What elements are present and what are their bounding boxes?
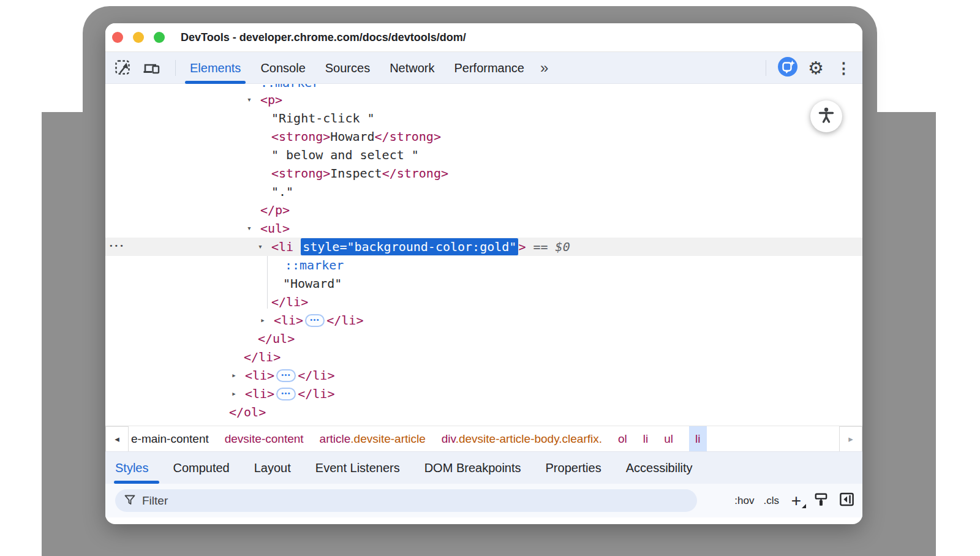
crumb-tag: div bbox=[442, 432, 456, 445]
dom-tree-node[interactable]: </li> bbox=[105, 348, 862, 366]
breadcrumb-item[interactable]: article.devsite-article bbox=[320, 426, 426, 452]
toggle-class-button[interactable]: .cls bbox=[764, 495, 780, 507]
minimize-window-button[interactable] bbox=[133, 32, 144, 43]
dom-tree-node[interactable]: ▸<li>•••</li> bbox=[105, 366, 862, 385]
node-pseudo: ::marker bbox=[260, 84, 319, 90]
breadcrumb-item[interactable]: li bbox=[643, 426, 648, 452]
filter-input[interactable]: Filter bbox=[115, 489, 697, 512]
crumb-tag: li bbox=[695, 432, 700, 445]
crumb-cls: .devsite-article-body.clearfix. bbox=[456, 432, 602, 445]
collapse-arrow-icon[interactable]: ▾ bbox=[258, 238, 263, 256]
breadcrumb-scroll-right-icon[interactable]: ▸ bbox=[839, 426, 862, 452]
devtools-window: DevTools - developer.chrome.com/docs/dev… bbox=[105, 23, 862, 524]
dom-tree-node[interactable]: ▸<li>•••</li> bbox=[105, 385, 862, 403]
tab-network[interactable]: Network bbox=[380, 52, 444, 84]
node-tag: <li bbox=[271, 239, 301, 254]
settings-gear-icon[interactable]: ⚙ bbox=[808, 59, 824, 77]
filter-placeholder: Filter bbox=[142, 494, 168, 508]
sidebar-tab-layout[interactable]: Layout bbox=[254, 452, 291, 484]
ellipsis-expand-pill[interactable]: ••• bbox=[305, 314, 325, 327]
rendering-paint-icon[interactable] bbox=[813, 492, 829, 510]
title-bar: DevTools - developer.chrome.com/docs/dev… bbox=[105, 23, 862, 52]
dom-tree-node[interactable]: " below and select " bbox=[105, 146, 862, 164]
breadcrumb-item[interactable]: ul bbox=[664, 426, 673, 452]
collapse-arrow-icon[interactable]: ▾ bbox=[247, 219, 252, 238]
filter-bar-controls: :hov .cls + bbox=[734, 484, 855, 517]
dom-tree-node[interactable]: ▸<li>•••</li> bbox=[105, 311, 862, 329]
device-toolbar-icon[interactable] bbox=[142, 59, 160, 77]
crumb-plain: e-main-content bbox=[131, 432, 209, 445]
dom-tree: ::marker▾<p>"Right-click "<strong>Howard… bbox=[105, 84, 862, 426]
breadcrumb-item[interactable]: e-main-content bbox=[131, 426, 209, 452]
filter-funnel-icon bbox=[124, 494, 136, 508]
sidebar-tab-styles[interactable]: Styles bbox=[115, 452, 148, 484]
breadcrumb: e-main-contentdevsite-contentarticle.dev… bbox=[131, 426, 707, 452]
kebab-menu-icon[interactable]: ⋮ bbox=[834, 59, 854, 77]
node-text: Howard bbox=[330, 129, 374, 144]
dom-tree-node-selected[interactable]: •••▾<li style="background-color:gold"> =… bbox=[105, 238, 862, 256]
crumb-cls: .devsite-article bbox=[350, 432, 426, 445]
breadcrumb-item[interactable]: div.devsite-article-body.clearfix. bbox=[442, 426, 602, 452]
toggle-hover-state-button[interactable]: :hov bbox=[734, 495, 754, 507]
crumb-tag: ul bbox=[664, 432, 673, 445]
sidebar-tab-dom-breakpoints[interactable]: DOM Breakpoints bbox=[424, 452, 521, 484]
inspect-element-icon[interactable] bbox=[114, 59, 132, 77]
breadcrumb-scroll-left-icon[interactable]: ◂ bbox=[105, 426, 129, 452]
breadcrumb-item[interactable]: devsite-content bbox=[225, 426, 304, 452]
breadcrumb-item[interactable]: ol bbox=[618, 426, 627, 452]
node-tag: </strong> bbox=[382, 166, 448, 181]
tab-sources[interactable]: Sources bbox=[315, 52, 380, 84]
dom-tree-node[interactable]: <strong>Inspect</strong> bbox=[105, 164, 862, 182]
node-tag: </li> bbox=[298, 386, 334, 401]
dom-tree-node[interactable]: ▾<ul> bbox=[105, 219, 862, 238]
accessibility-person-icon bbox=[818, 107, 835, 126]
node-dim: == bbox=[526, 239, 555, 254]
expand-arrow-icon[interactable]: ▸ bbox=[260, 311, 265, 329]
window-title: DevTools - developer.chrome.com/docs/dev… bbox=[181, 23, 466, 52]
sidebar-tab-computed[interactable]: Computed bbox=[173, 452, 229, 484]
dom-tree-node[interactable]: "." bbox=[105, 182, 862, 201]
ellipsis-expand-pill[interactable]: ••• bbox=[276, 388, 296, 400]
dom-tree-node[interactable]: "Howard" bbox=[105, 274, 862, 293]
ai-assistance-icon[interactable] bbox=[777, 56, 798, 80]
panel-tab-strip: ElementsConsoleSourcesNetworkPerformance… bbox=[180, 52, 553, 84]
tab-console[interactable]: Console bbox=[251, 52, 315, 84]
dom-tree-node[interactable]: </ol> bbox=[105, 403, 862, 421]
tab-performance[interactable]: Performance bbox=[445, 52, 535, 84]
sidebar-tab-event-listeners[interactable]: Event Listeners bbox=[315, 452, 400, 484]
breadcrumb-item-selected[interactable]: li bbox=[689, 426, 706, 452]
collapse-arrow-icon[interactable]: ▾ bbox=[247, 91, 252, 109]
node-options-dots-icon[interactable]: ••• bbox=[109, 238, 125, 255]
toggle-sidebar-icon[interactable] bbox=[839, 491, 855, 510]
tab-elements[interactable]: Elements bbox=[180, 52, 251, 84]
sidebar-tab-accessibility[interactable]: Accessibility bbox=[626, 452, 693, 484]
new-style-rule-button[interactable]: + bbox=[788, 493, 804, 509]
ellipsis-expand-pill[interactable]: ••• bbox=[276, 369, 296, 382]
stage: DevTools - developer.chrome.com/docs/dev… bbox=[0, 0, 980, 556]
node-tag: </p> bbox=[260, 203, 290, 217]
more-tabs-icon[interactable]: » bbox=[534, 53, 553, 83]
zoom-window-button[interactable] bbox=[154, 32, 165, 43]
dom-tree-node[interactable]: </li> bbox=[105, 293, 862, 311]
dom-tree-node[interactable]: <strong>Howard</strong> bbox=[105, 127, 862, 146]
node-text: "Right-click " bbox=[271, 111, 375, 126]
expand-arrow-icon[interactable]: ▸ bbox=[232, 366, 236, 385]
dom-tree-node[interactable]: ::marker bbox=[105, 256, 862, 274]
node-tag: </ol> bbox=[229, 405, 266, 419]
close-window-button[interactable] bbox=[112, 32, 123, 43]
dom-tree-node[interactable]: </ul> bbox=[105, 329, 862, 348]
node-text: " below and select " bbox=[271, 148, 419, 162]
crumb-tag: devsite-content bbox=[225, 432, 304, 445]
breadcrumb-bar: ◂ e-main-contentdevsite-contentarticle.d… bbox=[105, 426, 862, 451]
node-text: "." bbox=[271, 184, 293, 199]
node-tag: <li> bbox=[245, 386, 274, 401]
dom-tree-node[interactable]: "Right-click " bbox=[105, 109, 862, 127]
accessibility-overlay-button[interactable] bbox=[810, 100, 842, 132]
expand-arrow-icon[interactable]: ▸ bbox=[232, 385, 236, 403]
node-pseudo: ::marker bbox=[285, 258, 344, 272]
node-tag: <strong> bbox=[271, 129, 330, 144]
sidebar-tab-properties[interactable]: Properties bbox=[546, 452, 601, 484]
dom-tree-node[interactable]: ▾<p> bbox=[105, 91, 862, 109]
node-tag: </li> bbox=[298, 368, 334, 383]
dom-tree-node[interactable]: </p> bbox=[105, 201, 862, 219]
